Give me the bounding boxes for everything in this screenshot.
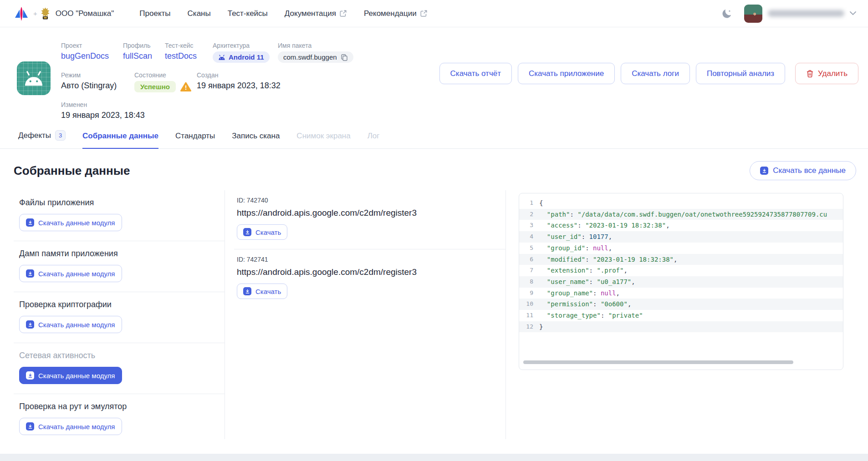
download-icon (243, 287, 251, 295)
module-title: Проверка криптографии (19, 300, 216, 309)
code-column: 1{2 "path": "/data/data/com.swdf.buggen/… (506, 190, 868, 439)
field-label: Состояние (134, 71, 197, 79)
code-text: "group_id": null, (539, 243, 843, 254)
modules-column: Файлы приложенияСкачать данные модуляДам… (0, 190, 225, 439)
status-badge: Успешно (134, 81, 176, 92)
org-switcher[interactable]: ООО "Ромашка" (39, 7, 114, 20)
module-title: Проверка на рут и эмулятор (19, 402, 216, 411)
download-record-label: Скачать (255, 288, 281, 295)
project-link[interactable]: bugGenDocs (61, 51, 123, 61)
module-item: Сетевая активностьСкачать данные модуля (14, 343, 225, 394)
android-version-badge: Android 11 (213, 51, 270, 63)
code-line: 1{ (519, 198, 843, 209)
line-number: 4 (519, 231, 539, 243)
module-item: Дамп памяти приложенияСкачать данные мод… (14, 241, 225, 292)
horizontal-scrollbar[interactable] (523, 360, 793, 364)
copy-icon[interactable] (341, 54, 348, 61)
delete-button-label: Удалить (818, 69, 848, 78)
android-icon (218, 54, 225, 61)
line-number: 11 (519, 310, 539, 321)
line-number: 12 (519, 321, 539, 333)
delete-button[interactable]: Удалить (795, 63, 858, 84)
code-text: "user_id": 10177, (539, 231, 843, 243)
columns: Файлы приложенияСкачать данные модуляДам… (0, 190, 868, 439)
tab[interactable]: Собранные данные (82, 132, 158, 149)
warning-icon[interactable] (180, 82, 191, 92)
org-name: ООО "Ромашка" (56, 9, 114, 18)
code-line: 9 "group_name": null, (519, 288, 843, 299)
code-text: "storage_type": "private" (539, 310, 843, 321)
tab[interactable]: Дефекты3 (18, 130, 66, 149)
code-text: "access": "2023-01-19 18:32:38", (539, 220, 843, 231)
rescan-button[interactable]: Повторный анализ (696, 63, 785, 84)
download-module-button[interactable]: Скачать данные модуля (19, 418, 122, 435)
collected-data-section: Собранные данные Скачать все данные Файл… (0, 149, 868, 461)
code-text: "extension": ".prof", (539, 265, 843, 276)
tab: Лог (368, 132, 380, 149)
download-module-label: Скачать данные модуля (38, 372, 115, 380)
package-name-pill: com.swdf.buggen (278, 51, 353, 63)
download-app-button[interactable]: Скачать приложение (518, 63, 615, 84)
android-app-icon (17, 61, 51, 95)
code-line: 2 "path": "/data/data/com.swdf.buggen/oa… (519, 209, 843, 220)
user-email-blurred (768, 10, 844, 17)
code-line: 3 "access": "2023-01-19 18:32:38", (519, 220, 843, 231)
line-number: 3 (519, 220, 539, 231)
code-line: 8 "user_name": "u0_a177", (519, 276, 843, 288)
module-title: Сетевая активность (19, 351, 216, 360)
nav-item[interactable]: Проекты (139, 9, 170, 18)
field-label: Профиль (123, 42, 165, 49)
field-label: Тест-кейс (165, 42, 213, 49)
download-module-button[interactable]: Скачать данные модуля (19, 367, 122, 384)
code-text: "user_name": "u0_a177", (539, 276, 843, 288)
download-record-button[interactable]: Скачать (237, 224, 287, 240)
page-head: Собранные данные Скачать все данные (0, 149, 868, 180)
record-item: ID: 742740https://android.apis.google.co… (234, 190, 505, 249)
download-module-label: Скачать данные модуля (38, 321, 115, 329)
download-module-button[interactable]: Скачать данные модуля (19, 214, 122, 231)
field-label: Проект (61, 42, 123, 49)
nav-item[interactable]: Документация (285, 9, 347, 18)
field-testcase: Тест-кейс testDocs (165, 42, 213, 63)
code-text: { (539, 198, 843, 209)
download-record-label: Скачать (255, 228, 281, 236)
line-number: 2 (519, 209, 539, 220)
download-module-button[interactable]: Скачать данные модуля (19, 265, 122, 282)
mode-value: Авто (Stingray) (61, 81, 134, 91)
nav-item[interactable]: Тест-кейсы (228, 9, 268, 18)
download-logs-button[interactable]: Скачать логи (621, 63, 690, 84)
testcase-link[interactable]: testDocs (165, 51, 213, 61)
android-robot-icon (23, 69, 44, 87)
dark-mode-toggle[interactable] (720, 6, 734, 21)
download-module-button[interactable]: Скачать данные модуля (19, 316, 122, 333)
account-menu[interactable] (744, 5, 856, 23)
nav-item[interactable]: Рекомендации (364, 9, 428, 18)
scan-actions: Скачать отчёт Скачать приложение Скачать… (439, 63, 858, 84)
download-report-button[interactable]: Скачать отчёт (439, 63, 512, 84)
nav-item-label: Документация (285, 9, 336, 18)
tab-badge: 3 (55, 130, 66, 141)
code-line: 4 "user_id": 10177, (519, 231, 843, 243)
download-icon (26, 269, 34, 278)
tab-label: Снимок экрана (296, 132, 350, 141)
profile-link[interactable]: fullScan (123, 51, 165, 61)
download-record-button[interactable]: Скачать (237, 284, 287, 299)
download-all-button[interactable]: Скачать все данные (750, 161, 856, 180)
logo-plus: + (33, 10, 37, 17)
tab[interactable]: Стандарты (175, 132, 215, 149)
tab-label: Стандарты (175, 132, 215, 141)
field-label: Архитектура (213, 42, 278, 49)
field-label: Создан (197, 71, 281, 79)
record-url: https://android.apis.google.com/c2dm/reg… (237, 208, 497, 218)
tab[interactable]: Запись скана (232, 132, 280, 149)
field-label: Режим (61, 71, 134, 79)
nav-item-label: Проекты (139, 9, 170, 18)
code-text: } (539, 321, 843, 333)
modified-value: 19 января 2023, 18:43 (61, 111, 145, 120)
tab: Снимок экрана (296, 132, 350, 149)
line-number: 7 (519, 265, 539, 276)
logo[interactable]: + (14, 6, 37, 21)
module-item: Проверка криптографииСкачать данные моду… (14, 292, 225, 343)
module-title: Дамп памяти приложения (19, 249, 216, 258)
nav-item[interactable]: Сканы (188, 9, 211, 18)
